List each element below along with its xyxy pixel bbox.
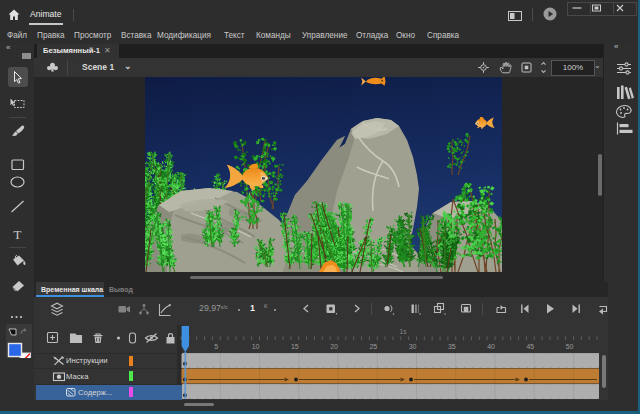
svg-text:25: 25 [369, 343, 377, 350]
svg-text:5: 5 [214, 343, 218, 350]
svg-text:50: 50 [566, 343, 574, 350]
svg-text:45: 45 [526, 343, 534, 350]
svg-text:20: 20 [330, 343, 338, 350]
svg-text:1s: 1s [400, 328, 408, 335]
svg-text:15: 15 [291, 343, 299, 350]
svg-text:35: 35 [448, 343, 456, 350]
svg-text:10: 10 [252, 343, 260, 350]
svg-text:T: T [14, 227, 22, 242]
svg-text:30: 30 [409, 343, 417, 350]
svg-text:40: 40 [487, 343, 495, 350]
